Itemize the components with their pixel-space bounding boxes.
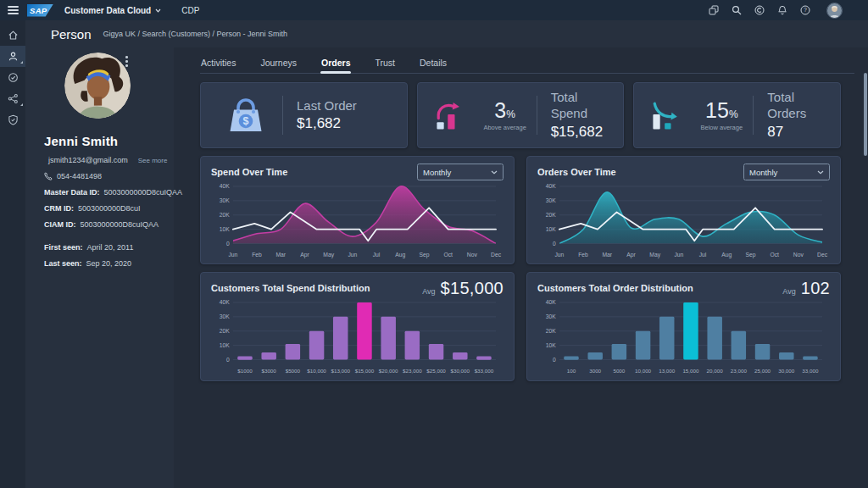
kpi-value: 87 bbox=[767, 124, 832, 141]
svg-text:Nov: Nov bbox=[467, 252, 478, 258]
sidebar-item-connections[interactable] bbox=[0, 88, 25, 109]
sidebar-item-audiences[interactable] bbox=[0, 67, 25, 88]
sap-logo[interactable]: SAP bbox=[27, 4, 53, 17]
kpi-total-spend: 3% Above average Total Spend $15,682 bbox=[417, 82, 625, 148]
tab-orders[interactable]: Orders bbox=[320, 54, 351, 73]
distribution-charts-row: Customers Total Spend Distribution Avg $… bbox=[200, 272, 841, 380]
kpi-title: Total Orders bbox=[767, 90, 832, 122]
svg-text:20,000: 20,000 bbox=[707, 369, 724, 374]
profile-avatar bbox=[64, 53, 131, 119]
topbar-actions: ? bbox=[709, 3, 843, 19]
avg-label: Avg bbox=[782, 287, 795, 296]
chart-title: Customers Total Order Distribution bbox=[537, 283, 693, 293]
spend-distribution-plot: 010K20K30K40K$1000$3000$5000$10,000$13,0… bbox=[211, 297, 504, 376]
svg-text:0: 0 bbox=[226, 357, 230, 363]
page-title: Person bbox=[51, 27, 92, 42]
user-avatar[interactable] bbox=[826, 3, 843, 19]
svg-text:$20,000: $20,000 bbox=[379, 369, 398, 374]
svg-text:Apr: Apr bbox=[626, 252, 636, 258]
product-switcher[interactable]: Customer Data Cloud bbox=[64, 6, 161, 15]
home-icon bbox=[8, 30, 19, 41]
svg-text:10K: 10K bbox=[220, 343, 231, 349]
svg-text:Jun: Jun bbox=[348, 252, 357, 258]
svg-text:$33,000: $33,000 bbox=[475, 369, 494, 374]
time-charts-row: Spend Over Time Monthly 010K20K30K40KJun… bbox=[200, 156, 841, 264]
module-cdp[interactable]: CDP bbox=[181, 6, 199, 15]
svg-text:$23,000: $23,000 bbox=[403, 369, 422, 374]
overflow-menu-icon[interactable] bbox=[124, 54, 130, 69]
order-distribution-card: Customers Total Order Distribution Avg 1… bbox=[526, 272, 841, 380]
kpi-title: Total Spend bbox=[551, 90, 615, 122]
svg-text:30K: 30K bbox=[220, 314, 231, 320]
kpi-row: $ Last Order $1,682 bbox=[200, 82, 841, 148]
svg-text:Mar: Mar bbox=[602, 252, 612, 258]
orders-over-time-plot: 010K20K30K40KJunFebMarAprMayJunJulAugSep… bbox=[537, 181, 830, 260]
svg-text:May: May bbox=[649, 252, 660, 258]
svg-text:$1000: $1000 bbox=[237, 369, 253, 374]
kpi-delta-caption: Below average bbox=[690, 124, 753, 131]
shell-topbar: SAP Customer Data Cloud CDP ? bbox=[0, 0, 868, 20]
svg-text:Jun: Jun bbox=[228, 252, 237, 258]
svg-text:$25,000: $25,000 bbox=[426, 369, 446, 374]
svg-text:Sep: Sep bbox=[419, 252, 429, 258]
svg-text:Sep: Sep bbox=[745, 252, 755, 258]
profile-avatar-image bbox=[64, 53, 131, 119]
profile-email: jsmith1234@gmail.com bbox=[48, 156, 128, 164]
svg-text:30K: 30K bbox=[220, 197, 231, 203]
kpi-total-orders: 15% Below average Total Orders 87 bbox=[633, 82, 841, 148]
svg-text:20K: 20K bbox=[546, 212, 557, 218]
product-grid-icon[interactable] bbox=[709, 5, 719, 15]
svg-text:$5000: $5000 bbox=[286, 369, 301, 374]
tab-trust[interactable]: Trust bbox=[374, 54, 396, 73]
svg-text:Oct: Oct bbox=[770, 252, 779, 258]
avg-value: 102 bbox=[801, 279, 830, 298]
app-root: SAP Customer Data Cloud CDP ? bbox=[0, 0, 868, 488]
profile-panel: Jenni Smith jsmith1234@gmail.com See mor… bbox=[25, 47, 174, 488]
svg-text:40K: 40K bbox=[220, 183, 231, 189]
menu-icon[interactable] bbox=[8, 6, 19, 14]
svg-text:30,000: 30,000 bbox=[778, 369, 795, 374]
svg-text:13,000: 13,000 bbox=[659, 369, 676, 374]
help-icon[interactable]: ? bbox=[800, 5, 810, 15]
search-icon[interactable] bbox=[732, 5, 742, 15]
spend-distribution-card: Customers Total Spend Distribution Avg $… bbox=[200, 272, 515, 380]
avg-label: Avg bbox=[422, 287, 435, 296]
svg-text:Feb: Feb bbox=[252, 252, 262, 258]
svg-text:10K: 10K bbox=[220, 226, 231, 232]
svg-text:Aug: Aug bbox=[395, 252, 405, 258]
spend-over-time-card: Spend Over Time Monthly 010K20K30K40KJun… bbox=[200, 156, 515, 264]
user-avatar-image bbox=[827, 3, 842, 18]
orders-interval-select[interactable]: Monthly bbox=[743, 164, 830, 180]
tab-activities[interactable]: Activities bbox=[200, 54, 236, 73]
svg-text:30K: 30K bbox=[546, 314, 557, 320]
svg-text:Dec: Dec bbox=[491, 252, 502, 258]
svg-text:0: 0 bbox=[553, 357, 556, 363]
sap-logo-text: SAP bbox=[27, 6, 47, 15]
tab-details[interactable]: Details bbox=[419, 54, 448, 73]
scrollbar-thumb[interactable] bbox=[864, 73, 867, 156]
trend-down-icon bbox=[648, 97, 685, 134]
chart-title: Spend Over Time bbox=[211, 167, 287, 177]
svg-text:15,000: 15,000 bbox=[682, 369, 699, 374]
sidebar-item-home[interactable] bbox=[0, 25, 25, 46]
page-header: Person Gigya UK / Search (Customers) / P… bbox=[25, 20, 868, 47]
profile-seen-row: Last seen:Sep 20, 2020 bbox=[44, 259, 165, 268]
see-more-link[interactable]: See more bbox=[138, 157, 168, 164]
avg-value: $15,000 bbox=[441, 279, 504, 298]
kpi-delta: 3 bbox=[494, 98, 506, 122]
svg-text:10K: 10K bbox=[546, 343, 557, 349]
svg-text:3000: 3000 bbox=[589, 369, 601, 374]
svg-text:0: 0 bbox=[226, 241, 230, 247]
tab-journeys[interactable]: Journeys bbox=[259, 54, 298, 73]
notifications-icon[interactable] bbox=[777, 5, 787, 15]
svg-text:$10,000: $10,000 bbox=[307, 369, 326, 374]
chevron-down-icon bbox=[491, 170, 498, 175]
kpi-value: $1,682 bbox=[297, 115, 357, 132]
sidebar-item-privacy[interactable] bbox=[0, 109, 25, 130]
shopping-bag-icon: $ bbox=[225, 95, 266, 136]
c-circle-icon[interactable] bbox=[754, 5, 765, 15]
phone-icon bbox=[44, 172, 53, 180]
product-name: Customer Data Cloud bbox=[64, 6, 151, 15]
spend-interval-select[interactable]: Monthly bbox=[417, 164, 504, 180]
sidebar-item-person[interactable] bbox=[0, 46, 25, 67]
